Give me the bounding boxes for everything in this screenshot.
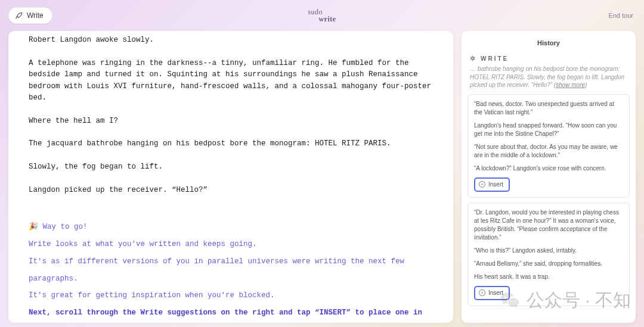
tour-tips: 🎉 Way to go! Write looks at what you've … <box>29 219 433 323</box>
write-button-label: Write <box>27 11 44 20</box>
insert-button[interactable]: + Insert <box>474 177 510 192</box>
insert-button[interactable]: + Insert <box>474 286 510 300</box>
insert-icon: + <box>479 289 485 296</box>
context-preview: … bathrobe hanging on his bedpost bore t… <box>470 65 627 89</box>
suggestion-paragraph: “Who is this?” Langdon asked, irritably. <box>474 247 623 255</box>
write-section-label-text: WRITE <box>481 55 509 62</box>
write-button[interactable]: Write <box>8 7 52 24</box>
tip-line: 🎉 Way to go! <box>29 219 433 236</box>
editor-body-text: Robert Langdon awoke slowly. A telephone… <box>29 35 433 196</box>
logo: sudo write <box>308 8 336 23</box>
suggestions-list[interactable]: “Bad news, doctor. Two unexpected guests… <box>466 94 631 319</box>
show-more-link[interactable]: show more <box>556 82 585 88</box>
insert-button-label: Insert <box>488 289 503 297</box>
tip-line: Write looks at what you've written and k… <box>29 236 433 253</box>
topbar: Write sudo write End tour <box>0 0 644 31</box>
suggestion-card[interactable]: “Bad news, doctor. Two unexpected guests… <box>467 94 630 198</box>
write-section: ✲ WRITE … bathrobe hanging on his bedpos… <box>466 55 631 89</box>
insert-button-label: Insert <box>488 180 503 189</box>
flower-icon: ✲ <box>470 55 477 63</box>
suggestion-paragraph: “Dr. Langdon, would you be interested in… <box>474 208 623 242</box>
suggestion-paragraph: His heart sank. It was a trap. <box>474 273 623 281</box>
tip-line: It's as if different versions of you in … <box>29 253 433 288</box>
feather-icon <box>15 11 23 20</box>
history-sidebar: History ✲ WRITE … bathrobe hanging on hi… <box>462 31 636 323</box>
suggestion-paragraph: Langdon's head snapped forward. “How soo… <box>474 122 623 138</box>
suggestion-paragraph: “Not sure about that, doctor. As you may… <box>474 143 623 160</box>
suggestion-paragraph: “A lockdown?” Langdon's voice rose with … <box>474 164 623 173</box>
main: Robert Langdon awoke slowly. A telephone… <box>0 31 644 323</box>
suggestion-paragraph: “Arnaud Bellamy,” she said, dropping for… <box>474 260 623 268</box>
suggestion-paragraph: “Bad news, doctor. Two unexpected guests… <box>474 100 623 117</box>
logo-line2: write <box>308 15 336 23</box>
write-section-label: ✲ WRITE <box>470 55 627 63</box>
tip-line-bold: Next, scroll through the Write suggestio… <box>29 304 433 323</box>
end-tour-link[interactable]: End tour <box>608 12 633 19</box>
editor-panel[interactable]: Robert Langdon awoke slowly. A telephone… <box>8 31 453 323</box>
history-title: History <box>466 39 631 46</box>
suggestion-card[interactable]: “Dr. Langdon, would you be interested in… <box>467 203 630 306</box>
tip-line: It's great for getting inspiration when … <box>29 287 433 304</box>
insert-icon: + <box>479 181 485 188</box>
